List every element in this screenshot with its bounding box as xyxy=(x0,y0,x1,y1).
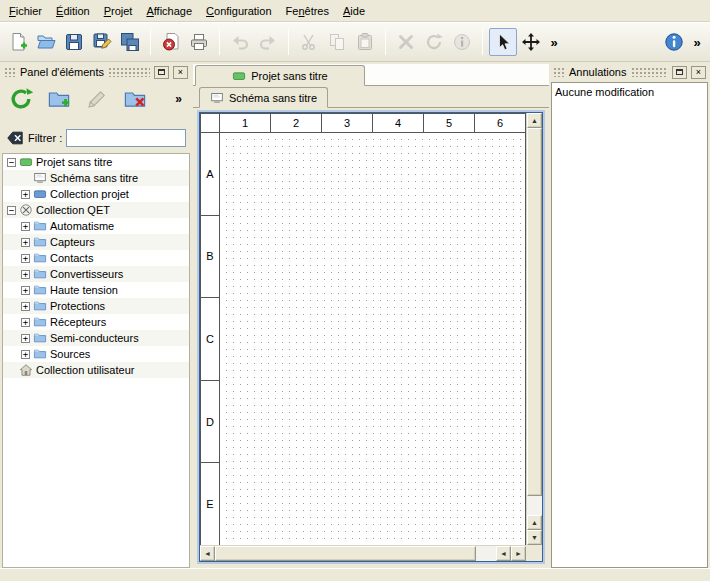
tab-schema-sans-titre[interactable]: Schéma sans titre xyxy=(199,87,328,108)
menu-aide[interactable]: Aide xyxy=(336,2,372,20)
scroll-up-button-alt[interactable]: ▲ xyxy=(527,515,542,530)
dock-grip[interactable] xyxy=(631,67,669,77)
expand-icon[interactable]: + xyxy=(21,286,30,295)
tree-item-sche-ma-sans-titre[interactable]: Schéma sans titre xyxy=(3,170,189,186)
left-arrow-icon: ◄ xyxy=(204,550,211,557)
mode-overflow-button[interactable]: » xyxy=(545,28,563,56)
tree-item-semi-conducteurs[interactable]: +Semi-conducteurs xyxy=(3,330,189,346)
scroll-left-button-alt[interactable]: ◄ xyxy=(496,546,511,561)
expand-icon[interactable]: + xyxy=(21,350,30,359)
save-as-button[interactable] xyxy=(88,28,116,56)
new-element-button[interactable] xyxy=(44,84,74,114)
print-button[interactable] xyxy=(185,28,213,56)
project-tabbar: Projet sans titre xyxy=(193,64,549,86)
horizontal-scrollbar[interactable]: ◄ ◄ ► xyxy=(200,545,526,561)
menu-projet[interactable]: Projet xyxy=(97,2,140,20)
element-info-button[interactable] xyxy=(448,28,476,56)
menu-fichier[interactable]: Fichier xyxy=(2,2,49,20)
save-all-button[interactable] xyxy=(116,28,144,56)
scroll-left-button[interactable]: ◄ xyxy=(200,546,215,561)
save-button[interactable] xyxy=(60,28,88,56)
reload-collections-button[interactable] xyxy=(6,84,36,114)
undo-button[interactable] xyxy=(226,28,254,56)
collapse-icon[interactable]: − xyxy=(7,158,16,167)
tree-item-projet-sans-titre[interactable]: −Projet sans titre xyxy=(3,154,189,170)
open-button[interactable] xyxy=(32,28,60,56)
expand-icon[interactable]: + xyxy=(21,254,30,263)
vscroll-track[interactable] xyxy=(527,128,542,515)
rotate-icon xyxy=(424,32,444,52)
clear-filter-button[interactable] xyxy=(6,129,24,147)
menu-edition[interactable]: Édition xyxy=(49,2,97,20)
move-mode-button[interactable] xyxy=(517,28,545,56)
expand-icon[interactable]: + xyxy=(21,270,30,279)
tree-item-sources[interactable]: +Sources xyxy=(3,346,189,362)
select-mode-button[interactable] xyxy=(489,28,517,56)
undo-panel-titlebar[interactable]: Annulations × xyxy=(551,64,708,80)
collapse-icon[interactable]: − xyxy=(7,206,16,215)
scroll-right-button[interactable]: ► xyxy=(511,546,526,561)
toolbar-overflow-button[interactable]: » xyxy=(688,28,706,56)
undo-list-item[interactable]: Aucune modification xyxy=(555,84,704,99)
delete-button[interactable] xyxy=(392,28,420,56)
delete-element-button[interactable] xyxy=(120,84,150,114)
panel-toolbar-overflow-button[interactable]: » xyxy=(175,92,186,106)
expand-icon[interactable]: + xyxy=(21,222,30,231)
tree-item-re-cepteurs[interactable]: +Récepteurs xyxy=(3,314,189,330)
menu-fenetres[interactable]: Fenêtres xyxy=(279,2,336,20)
dock-grip[interactable] xyxy=(4,67,16,77)
tree-item-protections[interactable]: +Protections xyxy=(3,298,189,314)
workspace: Projet sans titre Schéma sans titre 1234… xyxy=(193,64,549,568)
hscroll-thumb[interactable] xyxy=(215,546,476,561)
expand-icon[interactable]: + xyxy=(21,238,30,247)
tree-item-label: Automatisme xyxy=(50,220,114,232)
elements-panel-titlebar[interactable]: Panel d'éléments × xyxy=(2,64,190,80)
menu-affichage[interactable]: Affichage xyxy=(139,2,199,20)
expand-icon[interactable]: + xyxy=(21,318,30,327)
dock-grip[interactable] xyxy=(108,67,150,77)
dock-grip[interactable] xyxy=(553,67,565,77)
tree-item-collection-utilisateur[interactable]: Collection utilisateur xyxy=(3,362,189,378)
tree-item-label: Semi-conducteurs xyxy=(50,332,139,344)
expand-icon[interactable]: + xyxy=(21,190,30,199)
column-label: 3 xyxy=(322,114,373,132)
rotate-button[interactable] xyxy=(420,28,448,56)
new-document-button[interactable] xyxy=(4,28,32,56)
vertical-scrollbar[interactable]: ▲ ▲ ▼ xyxy=(526,113,542,545)
tree-item-haute-tension[interactable]: +Haute tension xyxy=(3,282,189,298)
paste-button[interactable] xyxy=(351,28,379,56)
diagram-view[interactable]: 123456 ▲ ▲ ▼ ABCDE ◄ xyxy=(199,112,543,562)
hscroll-track[interactable] xyxy=(215,546,496,561)
expand-icon[interactable]: + xyxy=(21,302,30,311)
cut-button[interactable] xyxy=(295,28,323,56)
undo-panel: Annulations × Aucune modification xyxy=(551,64,708,568)
scroll-up-button[interactable]: ▲ xyxy=(527,113,542,128)
tab-projet-sans-titre[interactable]: Projet sans titre xyxy=(195,65,365,86)
tree-item-convertisseurs[interactable]: +Convertisseurs xyxy=(3,266,189,282)
float-panel-button[interactable] xyxy=(154,66,169,79)
about-button[interactable] xyxy=(660,28,688,56)
menu-configuration[interactable]: Configuration xyxy=(199,2,278,20)
close-file-button[interactable] xyxy=(157,28,185,56)
row-label: A xyxy=(201,133,219,216)
vscroll-thumb[interactable] xyxy=(527,128,542,496)
tree-item-collection-projet[interactable]: +Collection projet xyxy=(3,186,189,202)
schema-canvas[interactable] xyxy=(220,133,526,545)
tree-item-label: Haute tension xyxy=(50,284,118,296)
float-panel-button[interactable] xyxy=(672,66,687,79)
tree-item-capteurs[interactable]: +Capteurs xyxy=(3,234,189,250)
redo-button[interactable] xyxy=(254,28,282,56)
elements-tree: −Projet sans titreSchéma sans titre+Coll… xyxy=(2,153,190,568)
close-panel-button[interactable]: × xyxy=(173,66,188,79)
undo-panel-title: Annulations xyxy=(569,66,627,78)
tree-item-collection-qet[interactable]: −Collection QET xyxy=(3,202,189,218)
copy-button[interactable] xyxy=(323,28,351,56)
filter-input[interactable] xyxy=(66,129,186,147)
tree-item-contacts[interactable]: +Contacts xyxy=(3,250,189,266)
scroll-down-button[interactable]: ▼ xyxy=(527,530,542,545)
tree-item-automatisme[interactable]: +Automatisme xyxy=(3,218,189,234)
expand-icon[interactable]: + xyxy=(21,334,30,343)
close-panel-button[interactable]: × xyxy=(691,66,706,79)
edit-element-button[interactable] xyxy=(82,84,112,114)
ruler-corner xyxy=(200,113,220,133)
